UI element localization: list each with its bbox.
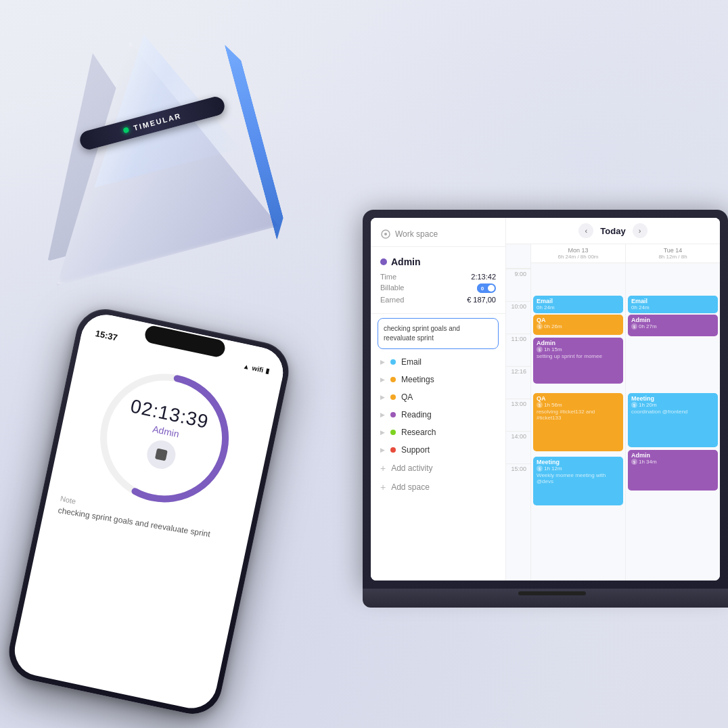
- laptop-device: Work space Admin Time 2:13:42 Billable: [363, 210, 728, 683]
- activity-dot: [390, 430, 396, 435]
- activity-dot: [390, 359, 396, 365]
- sidebar-item-qa[interactable]: ▶ QA: [371, 388, 505, 406]
- sidebar-user-name: Admin: [380, 256, 496, 267]
- workspace-icon: [380, 229, 391, 240]
- laptop-base: [363, 589, 728, 608]
- calendar-event[interactable]: Admin$1h 15msetting up sprint for momee: [533, 338, 623, 384]
- billing-icon: $: [537, 402, 543, 408]
- time-slot: 14:00: [506, 431, 530, 463]
- event-billing: $1h 20m: [631, 402, 714, 408]
- time-slot: 11:00: [506, 334, 530, 366]
- event-title: Email: [537, 298, 620, 304]
- billable-badge: 0: [477, 283, 488, 293]
- day-header: Mon 13 6h 24m / 8h 00m: [531, 244, 625, 263]
- day-events: Email0h 24mQA$0h 26mAdmin$1h 15msetting …: [531, 263, 625, 575]
- calendar-event[interactable]: Email0h 24m: [628, 296, 718, 313]
- time-gutter: 9:0010:0011:0012:1613:0014:0015:00: [506, 244, 530, 581]
- timeular-device: TIMEULAR: [20, 14, 304, 298]
- calendar-next-button[interactable]: ›: [633, 223, 647, 238]
- sidebar-user-section: Admin Time 2:13:42 Billable 0: [371, 252, 505, 314]
- play-icon: ▶: [380, 429, 385, 436]
- add-activity-button[interactable]: + Add activity: [371, 459, 505, 478]
- sidebar-header: Work space: [371, 226, 505, 247]
- app-sidebar: Work space Admin Time 2:13:42 Billable: [371, 218, 506, 581]
- activity-label: Meetings: [401, 375, 434, 384]
- event-title: Meeting: [631, 395, 714, 402]
- calendar-event[interactable]: QA$0h 26m: [533, 315, 623, 335]
- wifi-icon: wifi: [252, 364, 265, 373]
- sidebar-item-email[interactable]: ▶ Email: [371, 353, 505, 371]
- activity-label: QA: [401, 392, 413, 402]
- add-activity-plus-icon: +: [380, 463, 386, 474]
- event-note: resolving #ticket132 and #ticket133: [537, 409, 620, 421]
- calendar-prev-button[interactable]: ‹: [578, 223, 593, 238]
- sidebar-note-box[interactable]: checking sprint goals and reevaluate spr…: [378, 318, 499, 349]
- time-slot: 15:00: [506, 463, 530, 496]
- activity-dot: [390, 394, 396, 400]
- calendar-body: 9:0010:0011:0012:1613:0014:0015:00 Mon 1…: [506, 244, 720, 581]
- billing-icon: $: [537, 323, 543, 329]
- play-icon: ▶: [380, 447, 385, 453]
- signal-icon: ▲: [242, 362, 250, 371]
- phone-status-time: 15:37: [95, 328, 119, 343]
- event-billing: $0h 26m: [537, 323, 620, 329]
- calendar-event[interactable]: Email0h 24m: [533, 296, 623, 313]
- billing-icon: $: [537, 465, 543, 472]
- play-icon: ▶: [380, 359, 385, 365]
- sidebar-item-research[interactable]: ▶ Research: [371, 424, 505, 441]
- billing-icon: $: [537, 346, 543, 352]
- event-duration: 0h 24m: [537, 304, 620, 311]
- event-billing: $1h 56m: [537, 402, 620, 408]
- play-icon: ▶: [380, 411, 385, 418]
- timeular-power-dot: [122, 127, 129, 134]
- user-dot: [380, 258, 387, 265]
- event-title: QA: [537, 395, 620, 402]
- timer-circle: 02:13:39 Admin: [81, 354, 249, 522]
- calendar-header: ‹ Today ›: [506, 218, 720, 244]
- calendar-event[interactable]: QA$1h 56mresolving #ticket132 and #ticke…: [533, 393, 623, 451]
- stop-icon: [154, 448, 167, 461]
- calendar-event[interactable]: Admin$0h 27m: [628, 315, 718, 336]
- day-header: Tue 14 8h 12m / 8h: [626, 244, 720, 263]
- billable-toggle[interactable]: 0: [477, 283, 496, 293]
- day-name: Mon 13: [535, 247, 621, 254]
- event-note: Weekly momee meeting with @devs: [537, 472, 620, 484]
- sidebar-item-reading[interactable]: ▶ Reading: [371, 406, 505, 424]
- activity-label: Research: [401, 428, 436, 437]
- time-slot: 12:16: [506, 366, 530, 399]
- day-events: Email0h 24mAdmin$0h 27mMeeting$1h 20mcoo…: [626, 263, 720, 575]
- time-slot: 9:00: [506, 269, 530, 301]
- activity-label: Email: [401, 357, 422, 367]
- battery-icon: ▮: [265, 367, 271, 376]
- calendar-today-label: Today: [600, 226, 625, 236]
- event-billing: $1h 12m: [537, 465, 620, 472]
- laptop-bezel: Work space Admin Time 2:13:42 Billable: [363, 210, 728, 589]
- sidebar-item-meetings[interactable]: ▶ Meetings: [371, 371, 505, 388]
- sidebar-item-support[interactable]: ▶ Support: [371, 441, 505, 459]
- activity-dot: [390, 412, 396, 417]
- calendar-event[interactable]: Meeting$1h 12mWeekly momee meeting with …: [533, 457, 623, 505]
- event-title: Email: [631, 298, 714, 304]
- event-billing: $1h 34m: [631, 459, 714, 465]
- event-billing: $1h 15m: [537, 346, 620, 352]
- time-slot: 13:00: [506, 399, 530, 431]
- app-calendar: ‹ Today › 9:0010:0011:0012:1613:0014:001…: [506, 218, 720, 581]
- stop-button[interactable]: [144, 438, 178, 472]
- activity-label: Support: [401, 445, 430, 455]
- sidebar-activities: ▶ Email ▶ Meetings ▶ QA ▶ Reading ▶ Rese…: [371, 353, 505, 459]
- svg-point-3: [384, 233, 387, 235]
- calendar-event[interactable]: Admin$1h 34m: [628, 450, 718, 491]
- laptop-screen: Work space Admin Time 2:13:42 Billable: [371, 218, 720, 581]
- day-stats: 8h 12m / 8h: [630, 254, 716, 260]
- event-title: Meeting: [537, 459, 620, 465]
- day-column-tue14: Tue 14 8h 12m / 8h Email0h 24mAdmin$0h 2…: [625, 244, 720, 581]
- calendar-event[interactable]: Meeting$1h 20mcoordination @frontend: [628, 393, 718, 447]
- event-billing: $0h 27m: [631, 323, 714, 329]
- workspace-label: Work space: [395, 229, 438, 239]
- event-title: Admin: [631, 317, 714, 323]
- activity-label: Reading: [401, 410, 432, 419]
- billing-icon: $: [631, 402, 637, 408]
- play-icon: ▶: [380, 394, 385, 401]
- calendar-columns: 9:0010:0011:0012:1613:0014:0015:00 Mon 1…: [506, 244, 720, 581]
- add-space-button[interactable]: + Add space: [371, 478, 505, 497]
